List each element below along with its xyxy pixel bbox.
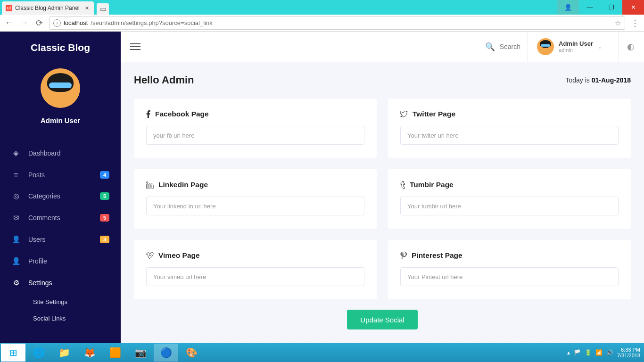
topbar-user-role: admin bbox=[559, 47, 593, 53]
sidebar-subitem-site-settings[interactable]: Site Settings bbox=[0, 294, 121, 310]
dashboard-icon: ◈ bbox=[11, 149, 21, 157]
taskbar-time: 6:33 PM bbox=[617, 347, 640, 353]
taskbar-ie-icon[interactable]: 🌐 bbox=[26, 344, 51, 362]
favicon-icon: ui bbox=[6, 5, 12, 11]
window-user-icon[interactable]: 👤 bbox=[557, 0, 579, 15]
pinterest-icon bbox=[400, 252, 407, 259]
taskbar-firefox-icon[interactable]: 🦊 bbox=[77, 344, 102, 362]
card-twitter-page: Twitter Page bbox=[388, 99, 631, 158]
facebook-url-input[interactable] bbox=[146, 126, 364, 145]
facebook-icon bbox=[146, 110, 150, 118]
twitter-icon bbox=[400, 111, 408, 117]
card-title: Tumbir Page bbox=[400, 181, 619, 189]
card-title: Pinterest Page bbox=[400, 251, 619, 260]
categories-icon: ◎ bbox=[11, 192, 21, 200]
taskbar-chrome-icon[interactable]: 🔵 bbox=[154, 344, 178, 362]
vimeo-url-input[interactable] bbox=[146, 267, 364, 286]
bookmark-icon[interactable]: ☆ bbox=[615, 19, 621, 27]
browser-toolbar: ← → ⟳ i localhost/seun/admin/settings.ph… bbox=[0, 15, 644, 32]
users-icon: 👤 bbox=[11, 235, 21, 244]
windows-taskbar: ⊞ 🌐 📁 🦊 🟧 📷 🔵 🎨 ▴ 🏳️ 🔋 📶 🔊 6:33 PM 7/31/… bbox=[0, 343, 644, 362]
url-host: localhost bbox=[64, 19, 88, 26]
tab-title: Classic Blog Admin Panel bbox=[15, 5, 80, 11]
user-menu[interactable]: Admin User admin ⌄ bbox=[527, 32, 611, 62]
browser-tab[interactable]: ui Classic Blog Admin Panel ✕ bbox=[2, 1, 94, 15]
today-date: Today is 01-Aug-2018 bbox=[565, 76, 631, 84]
taskbar-paint-icon[interactable]: 🎨 bbox=[179, 344, 204, 362]
today-date-value: 01-Aug-2018 bbox=[592, 76, 631, 84]
linkedin-url-input[interactable] bbox=[146, 197, 364, 215]
browser-menu-icon[interactable]: ⋮ bbox=[630, 18, 640, 28]
sidebar-item-posts[interactable]: ≡ Posts 4 bbox=[0, 164, 121, 185]
taskbar-explorer-icon[interactable]: 📁 bbox=[52, 344, 76, 362]
tray-volume-icon[interactable]: 🔊 bbox=[606, 349, 613, 356]
taskbar-camera-icon[interactable]: 📷 bbox=[128, 344, 153, 362]
window-close-button[interactable]: ✕ bbox=[622, 0, 644, 15]
user-avatar bbox=[41, 68, 80, 108]
twitter-url-input[interactable] bbox=[400, 126, 619, 145]
posts-icon: ≡ bbox=[11, 171, 21, 179]
pinterest-url-input[interactable] bbox=[400, 267, 619, 286]
tumbir-url-input[interactable] bbox=[400, 197, 619, 215]
card-facebook-page: Facebook Page bbox=[134, 99, 377, 158]
sidebar-item-settings[interactable]: ⚙ Settings bbox=[0, 272, 121, 294]
back-button[interactable]: ← bbox=[4, 18, 14, 28]
card-title: Vimeo Page bbox=[146, 251, 364, 260]
site-info-icon[interactable]: i bbox=[53, 19, 61, 27]
page: Classic Blog Admin User ◈ Dashboard ≡ Po… bbox=[0, 32, 644, 343]
taskbar-clock[interactable]: 6:33 PM 7/31/2018 bbox=[617, 347, 640, 358]
sidebar-item-label: Categories bbox=[28, 192, 60, 200]
comments-icon: ✉ bbox=[11, 214, 21, 222]
reload-button[interactable]: ⟳ bbox=[34, 18, 44, 28]
window-minimize-button[interactable]: — bbox=[579, 0, 601, 15]
sidebar-item-users[interactable]: 👤 Users 3 bbox=[0, 229, 121, 250]
sidebar-badge: 5 bbox=[100, 192, 109, 200]
sidebar-item-label: Settings bbox=[28, 279, 52, 287]
chevron-down-icon: ⌄ bbox=[598, 44, 602, 50]
tab-close-icon[interactable]: ✕ bbox=[85, 5, 89, 11]
hamburger-icon[interactable] bbox=[130, 43, 140, 50]
new-tab-button[interactable]: ▭ bbox=[97, 3, 109, 15]
card-vimeo-page: Vimeo Page bbox=[134, 240, 377, 299]
sidebar-item-label: Users bbox=[28, 236, 46, 243]
tray-network-icon[interactable]: 📶 bbox=[595, 349, 603, 356]
search-icon: 🔍 bbox=[485, 42, 495, 52]
tray-battery-icon[interactable]: 🔋 bbox=[585, 349, 592, 356]
social-cards-grid: Facebook Page Twitter Page Linkedin Page… bbox=[134, 99, 631, 299]
tumbir-icon bbox=[400, 181, 405, 189]
taskbar-app-icon[interactable]: 🟧 bbox=[103, 344, 127, 362]
address-bar[interactable]: i localhost/seun/admin/settings.php?sour… bbox=[49, 16, 625, 30]
card-linkedin-page: Linkedin Page bbox=[134, 169, 377, 229]
theme-toggle-icon[interactable]: ◐ bbox=[618, 32, 635, 62]
sidebar-item-label: Comments bbox=[28, 214, 60, 222]
topbar: 🔍 Search Admin User admin ⌄ ◐ bbox=[121, 32, 644, 62]
sidebar-item-profile[interactable]: 👤 Profile bbox=[0, 250, 121, 272]
main: 🔍 Search Admin User admin ⌄ ◐ Hello Admi… bbox=[121, 32, 644, 343]
sidebar-item-categories[interactable]: ◎ Categories 5 bbox=[0, 185, 121, 207]
update-social-button[interactable]: Update Social bbox=[347, 310, 417, 329]
sidebar-badge: 4 bbox=[100, 171, 109, 179]
card-tumbir-page: Tumbir Page bbox=[388, 169, 631, 229]
sidebar-item-label: Dashboard bbox=[28, 149, 61, 157]
window-maximize-button[interactable]: ❐ bbox=[601, 0, 622, 15]
sidebar-item-dashboard[interactable]: ◈ Dashboard bbox=[0, 142, 121, 164]
linkedin-icon bbox=[146, 181, 154, 189]
forward-button[interactable]: → bbox=[19, 18, 29, 28]
site-title: Classic Blog bbox=[31, 42, 90, 53]
sidebar-item-comments[interactable]: ✉ Comments 5 bbox=[0, 207, 121, 229]
settings-icon: ⚙ bbox=[11, 279, 21, 287]
search[interactable]: 🔍 Search bbox=[485, 42, 520, 52]
content: Hello Admin Today is 01-Aug-2018 Faceboo… bbox=[121, 62, 644, 343]
tray-arrow-icon[interactable]: ▴ bbox=[567, 349, 570, 356]
start-button[interactable]: ⊞ bbox=[1, 344, 25, 362]
taskbar-date: 7/31/2018 bbox=[617, 353, 640, 358]
card-title: Facebook Page bbox=[146, 110, 364, 118]
sidebar-subitem-social-links[interactable]: Social Links bbox=[0, 310, 121, 327]
sidebar-badge: 5 bbox=[100, 214, 109, 222]
tray-flag-icon[interactable]: 🏳️ bbox=[574, 349, 581, 356]
vimeo-icon bbox=[146, 252, 154, 259]
card-title: Linkedin Page bbox=[146, 181, 364, 189]
page-greeting: Hello Admin bbox=[134, 74, 194, 86]
card-title: Twitter Page bbox=[400, 110, 619, 118]
url-path: /seun/admin/settings.php?source=social_l… bbox=[91, 19, 212, 26]
